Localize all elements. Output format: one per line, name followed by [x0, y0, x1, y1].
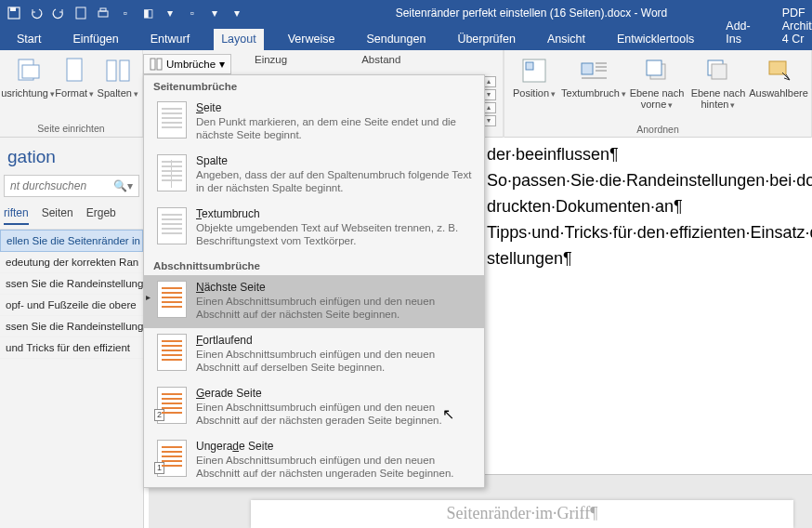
text-wrap-break-icon: [157, 207, 187, 244]
menu-item-title: Textumbruch: [196, 207, 475, 221]
size-button[interactable]: Format: [54, 52, 96, 121]
menu-section-header: Seitenumbrüche: [144, 75, 484, 96]
tab-pdfarch[interactable]: PDF Architect 4 Cr: [775, 3, 812, 50]
qat-item-icon[interactable]: ▫: [117, 5, 134, 21]
nav-search[interactable]: 🔍▾: [4, 175, 139, 197]
group-page-setup: usrichtung Format Spalten Seite einricht…: [0, 50, 143, 137]
qat-item-icon[interactable]: ▾: [206, 5, 223, 21]
nav-tab-results[interactable]: Ergeb: [86, 206, 116, 225]
menu-item-desc: Einen Abschnittsumbruch einfügen und den…: [196, 348, 475, 374]
tab-review[interactable]: Überprüfen: [450, 29, 523, 50]
wrap-button[interactable]: Textumbruch: [562, 52, 625, 122]
qat-item-icon[interactable]: ◧: [139, 5, 156, 21]
doc-line: So·passen·Sie·die·Randeinstellungen·bei·…: [487, 167, 810, 193]
menu-item-title: Seite: [196, 101, 475, 115]
tab-layout[interactable]: Layout: [214, 29, 264, 50]
print-icon[interactable]: [95, 5, 111, 21]
menu-item-title: Fortlaufend: [196, 334, 475, 348]
page-break-icon: [157, 101, 187, 139]
menu-item-next-page[interactable]: Nächste Seite Einen Abschnittsumbruch ei…: [144, 275, 484, 328]
nav-item[interactable]: ssen Sie die Randeinstellung: [0, 273, 143, 295]
qat-item-icon[interactable]: ▾: [162, 5, 178, 21]
send-backward-button[interactable]: Ebene nach hinten: [688, 52, 748, 122]
menu-item-page[interactable]: Seite Den Punkt markieren, an dem eine S…: [144, 96, 484, 149]
nav-item[interactable]: ellen Sie die Seitenränder in: [0, 230, 143, 252]
paragraph-labels: Einzug Abstand: [255, 54, 400, 65]
columns-button[interactable]: Spalten: [98, 52, 139, 121]
tab-start[interactable]: Start: [9, 29, 48, 50]
tab-developer[interactable]: Entwicklertools: [609, 29, 701, 50]
doc-line: der·beeinflussen¶: [487, 141, 810, 167]
bring-forward-icon: [642, 56, 672, 86]
breaks-button[interactable]: Umbrüche ▾: [143, 54, 231, 74]
menu-item-title: Spalte: [196, 154, 475, 168]
navigation-pane: gation 🔍▾ riften Seiten Ergeb ellen Sie …: [0, 138, 144, 528]
menu-item-even-page[interactable]: 2 Gerade Seite Einen Abschnittsumbruch e…: [144, 381, 484, 434]
svg-rect-13: [526, 62, 533, 70]
menu-item-desc: Einen Abschnittsumbruch einfügen und den…: [196, 401, 475, 427]
document-body[interactable]: der·beeinflussen¶ So·passen·Sie·die·Rand…: [485, 138, 812, 472]
undo-icon[interactable]: [28, 5, 45, 21]
menu-item-desc: Angeben, dass der auf den Spaltenumbruch…: [196, 168, 475, 194]
position-icon: [519, 56, 549, 86]
group-label: Anordnen: [508, 122, 807, 138]
svg-rect-9: [120, 60, 129, 81]
bring-forward-button[interactable]: Ebene nach vorne: [627, 52, 687, 122]
svg-rect-22: [712, 64, 727, 79]
selection-icon: [764, 56, 793, 86]
menu-item-textwrap[interactable]: Textumbruch Objekte umgebenden Text auf …: [144, 202, 484, 255]
save-icon[interactable]: [6, 5, 22, 21]
selection-pane-button[interactable]: Auswahlbere: [750, 52, 807, 122]
search-input[interactable]: [5, 179, 108, 192]
svg-rect-6: [22, 65, 39, 78]
menu-section-header: Abschnittsumbrüche: [144, 255, 484, 275]
page-size-icon: [59, 56, 89, 86]
nav-item[interactable]: opf- und Fußzeile die obere: [0, 295, 143, 316]
position-button[interactable]: Position: [508, 52, 560, 122]
redo-icon[interactable]: [50, 5, 67, 21]
tab-design[interactable]: Entwurf: [143, 29, 197, 50]
menu-item-desc: Einen Abschnittsumbruch einfügen und den…: [196, 454, 475, 480]
doc-line: stellungen¶: [487, 245, 810, 271]
qat-customize-icon[interactable]: ▾: [229, 5, 245, 21]
svg-rect-2: [76, 7, 85, 19]
svg-rect-1: [10, 7, 16, 11]
columns-icon: [103, 56, 133, 86]
nav-tab-pages[interactable]: Seiten: [42, 206, 73, 225]
svg-rect-4: [100, 8, 106, 11]
doc-line: druckten·Dokumenten·an¶: [487, 193, 810, 219]
search-icon[interactable]: 🔍▾: [108, 179, 138, 192]
nav-list: ellen Sie die Seitenränder in edeutung d…: [0, 229, 143, 359]
nav-item[interactable]: und Tricks für den effizient: [0, 337, 143, 359]
menu-item-column[interactable]: Spalte Angeben, dass der auf den Spalten…: [144, 149, 484, 202]
orientation-icon: [13, 56, 43, 86]
menu-item-odd-page[interactable]: 1 Ungerade Seite Einen Abschnittsumbruch…: [144, 434, 484, 487]
text-wrap-icon: [579, 56, 609, 86]
ribbon-tabs: Start Einfügen Entwurf Layout Verweise S…: [0, 26, 812, 50]
send-backward-icon: [703, 56, 733, 86]
qat-item-icon[interactable]: ▫: [184, 5, 201, 21]
nav-item[interactable]: ssen Sie die Randeinstellung: [0, 316, 143, 337]
menu-item-desc: Objekte umgebenden Text auf Webseiten tr…: [196, 221, 475, 247]
nav-item[interactable]: edeutung der korrekten Ran: [0, 252, 143, 273]
nav-tab-headings[interactable]: riften: [4, 206, 29, 225]
nav-tabs: riften Seiten Ergeb: [0, 206, 143, 229]
indent-label: Einzug: [255, 54, 287, 65]
section-continuous-icon: [157, 334, 187, 371]
chevron-down-icon: ▾: [219, 58, 225, 71]
tab-addins[interactable]: Add-Ins: [718, 16, 757, 50]
svg-rect-20: [647, 60, 661, 75]
tab-view[interactable]: Ansicht: [540, 29, 593, 50]
menu-item-continuous[interactable]: Fortlaufend Einen Abschnittsumbruch einf…: [144, 328, 484, 381]
orientation-button[interactable]: usrichtung: [4, 52, 52, 121]
group-label: Seite einrichten: [4, 121, 138, 137]
tab-mailings[interactable]: Sendungen: [359, 29, 433, 50]
tab-insert[interactable]: Einfügen: [65, 29, 125, 50]
new-icon[interactable]: [72, 5, 89, 21]
titlebar: ▫ ◧ ▾ ▫ ▾ ▾ Seitenränder perfekt einstel…: [0, 0, 812, 26]
breaks-icon: [150, 58, 163, 71]
tab-references[interactable]: Verweise: [281, 29, 343, 50]
section-odd-page-icon: 1: [157, 440, 187, 477]
spacing-label: Abstand: [361, 54, 400, 65]
svg-rect-10: [151, 59, 155, 70]
